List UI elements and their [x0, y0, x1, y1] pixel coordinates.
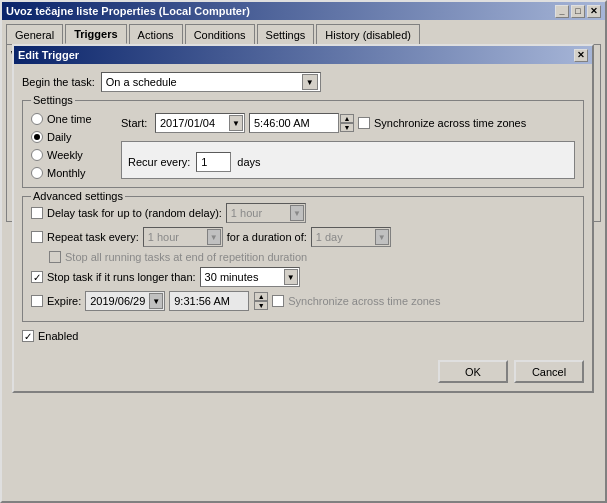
begin-task-row: Begin the task: On a schedule ▼ [22, 72, 584, 92]
expire-time-value: 9:31:56 AM [174, 295, 230, 307]
delay-checkbox[interactable] [31, 207, 43, 219]
minimize-button[interactable]: _ [555, 5, 569, 18]
cancel-button[interactable]: Cancel [514, 360, 584, 383]
expire-row: Expire: 2019/06/29 ▼ 9:31:56 AM ▲ ▼ Sync… [31, 291, 575, 311]
begin-task-dropdown[interactable]: On a schedule ▼ [101, 72, 321, 92]
start-date-arrow: ▼ [229, 115, 243, 131]
radio-circle-one-time [31, 113, 43, 125]
outer-window: Uvoz tečajne liste Properties (Local Com… [0, 0, 607, 503]
radio-monthly[interactable]: Monthly [31, 167, 111, 179]
start-time-wrapper: 5:46:00 AM ▲ ▼ [249, 113, 354, 133]
recur-unit: days [237, 156, 260, 168]
stop-all-label: Stop all running tasks at end of repetit… [65, 251, 307, 263]
stop-task-checkbox[interactable] [31, 271, 43, 283]
time-spin-up[interactable]: ▲ [340, 114, 354, 123]
radio-monthly-label: Monthly [47, 167, 86, 179]
dialog-body: Begin the task: On a schedule ▼ Settings… [14, 64, 592, 356]
expire-checkbox[interactable] [31, 295, 43, 307]
begin-task-label: Begin the task: [22, 76, 95, 88]
expire-spin-group: ▲ ▼ [254, 292, 268, 310]
stop-task-row: Stop task if it runs longer than: 30 min… [31, 267, 575, 287]
tab-settings[interactable]: Settings [257, 24, 315, 44]
start-date-value: 2017/01/04 [160, 117, 215, 129]
begin-task-value: On a schedule [106, 76, 177, 88]
expire-sync-checkbox [272, 295, 284, 307]
maximize-button[interactable]: □ [571, 5, 585, 18]
advanced-group-label: Advanced settings [31, 190, 125, 202]
delay-arrow: ▼ [290, 205, 304, 221]
edit-trigger-dialog: Edit Trigger ✕ Begin the task: On a sche… [12, 44, 594, 393]
dialog-close-button[interactable]: ✕ [574, 49, 588, 62]
enabled-checkbox[interactable] [22, 330, 34, 342]
enabled-label: Enabled [38, 330, 78, 342]
radio-daily-label: Daily [47, 131, 71, 143]
tab-history[interactable]: History (disabled) [316, 24, 420, 44]
expire-date-input: 2019/06/29 ▼ [85, 291, 165, 311]
radio-circle-daily [31, 131, 43, 143]
tab-bar: General Triggers Actions Conditions Sett… [2, 20, 605, 44]
repeat-dropdown: 1 hour ▼ [143, 227, 223, 247]
sync-checkbox[interactable] [358, 117, 370, 129]
dialog-footer: OK Cancel [14, 356, 592, 391]
recur-box: Recur every: days [121, 141, 575, 179]
start-label: Start: [121, 117, 151, 129]
radio-weekly[interactable]: Weekly [31, 149, 111, 161]
schedule-radio-group: One time Daily Weekly Monthly [31, 113, 111, 179]
expire-label: Expire: [47, 295, 81, 307]
recur-label: Recur every: [128, 156, 190, 168]
duration-arrow: ▼ [375, 229, 389, 245]
advanced-settings-group: Advanced settings Delay task for up to (… [22, 196, 584, 322]
delay-value: 1 hour [231, 207, 262, 219]
settings-group: Settings One time Daily [22, 100, 584, 188]
tab-triggers[interactable]: Triggers [65, 24, 126, 44]
title-bar-buttons: _ □ ✕ [555, 5, 601, 18]
expire-spin-up: ▲ [254, 292, 268, 301]
schedule-right-col: Start: 2017/01/04 ▼ 5:46:00 AM [121, 113, 575, 179]
tab-conditions[interactable]: Conditions [185, 24, 255, 44]
settings-group-label: Settings [31, 94, 75, 106]
repeat-value: 1 hour [148, 231, 179, 243]
repeat-checkbox[interactable] [31, 231, 43, 243]
recur-input[interactable] [196, 152, 231, 172]
duration-label: for a duration of: [227, 231, 307, 243]
radio-daily[interactable]: Daily [31, 131, 111, 143]
tab-actions[interactable]: Actions [129, 24, 183, 44]
expire-date-value: 2019/06/29 [90, 295, 145, 307]
time-spin-group: ▲ ▼ [340, 114, 354, 132]
time-spin-down[interactable]: ▼ [340, 123, 354, 132]
repeat-task-row: Repeat task every: 1 hour ▼ for a durati… [31, 227, 575, 247]
duration-dropdown: 1 day ▼ [311, 227, 391, 247]
start-time-input[interactable]: 5:46:00 AM [249, 113, 339, 133]
radio-one-time[interactable]: One time [31, 113, 111, 125]
title-bar: Uvoz tečajne liste Properties (Local Com… [2, 2, 605, 20]
stop-arrow: ▼ [284, 269, 298, 285]
start-date-input[interactable]: 2017/01/04 ▼ [155, 113, 245, 133]
ok-button[interactable]: OK [438, 360, 508, 383]
dialog-title-text: Edit Trigger [18, 49, 79, 61]
delay-task-row: Delay task for up to (random delay): 1 h… [31, 203, 575, 223]
radio-weekly-label: Weekly [47, 149, 83, 161]
expire-sync-label: Synchronize across time zones [288, 295, 440, 307]
sync-label: Synchronize across time zones [374, 117, 526, 129]
repeat-arrow: ▼ [207, 229, 221, 245]
enabled-row: Enabled [22, 330, 584, 342]
stop-all-checkbox [49, 251, 61, 263]
radio-circle-weekly [31, 149, 43, 161]
radio-one-time-label: One time [47, 113, 92, 125]
stop-dropdown[interactable]: 30 minutes ▼ [200, 267, 300, 287]
dialog-title-bar: Edit Trigger ✕ [14, 46, 592, 64]
tab-general[interactable]: General [6, 24, 63, 44]
start-row: Start: 2017/01/04 ▼ 5:46:00 AM [121, 113, 575, 133]
recur-row: Recur every: days [128, 152, 568, 172]
duration-value: 1 day [316, 231, 343, 243]
window-title: Uvoz tečajne liste Properties (Local Com… [6, 5, 250, 17]
settings-inner: One time Daily Weekly Monthly [31, 113, 575, 179]
begin-task-dropdown-arrow: ▼ [302, 74, 318, 90]
start-date-wrapper: 2017/01/04 ▼ [155, 113, 245, 133]
repeat-task-label: Repeat task every: [47, 231, 139, 243]
radio-circle-monthly [31, 167, 43, 179]
expire-date-arrow: ▼ [149, 293, 163, 309]
delay-task-label: Delay task for up to (random delay): [47, 207, 222, 219]
close-button[interactable]: ✕ [587, 5, 601, 18]
delay-dropdown: 1 hour ▼ [226, 203, 306, 223]
